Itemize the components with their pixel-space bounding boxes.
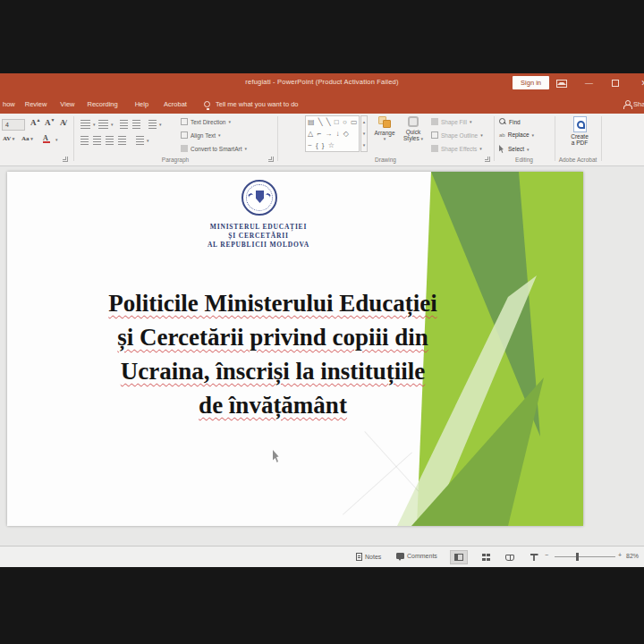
align-left-icon[interactable]: [80, 136, 89, 145]
slide-show-button[interactable]: [525, 550, 543, 564]
slide-canvas[interactable]: MINISTERUL EDUCAȚIEI ȘI CERCETĂRII AL RE…: [7, 172, 583, 526]
slide-show-icon: [530, 554, 538, 561]
normal-view-button[interactable]: [450, 550, 468, 564]
tell-me-box[interactable]: Tell me what you want to do: [216, 100, 299, 108]
select-button[interactable]: Select▾: [499, 145, 530, 153]
tab-acrobat[interactable]: Acrobat: [164, 100, 187, 108]
adobe-acrobat-group-label: Adobe Acrobat: [555, 157, 601, 163]
align-text-icon: [181, 131, 188, 139]
notes-icon: [356, 553, 362, 561]
justify-icon[interactable]: [118, 136, 126, 145]
line-spacing-icon[interactable]: ▾: [148, 120, 162, 129]
title-line: de învățământ: [199, 392, 347, 419]
drawing-group-label: Drawing: [277, 157, 494, 163]
arrange-icon: [378, 116, 391, 128]
find-icon: [499, 118, 506, 125]
shapes-row-2: △ ⌐ → ↓ ◇: [308, 128, 359, 140]
editing-group-label: Editing: [494, 157, 555, 163]
tab-help[interactable]: Help: [135, 100, 148, 108]
close-icon[interactable]: ✕: [640, 77, 644, 89]
shapes-gallery-scroll[interactable]: ▴▾▾: [360, 115, 368, 152]
shape-effects-icon: [431, 145, 438, 152]
ministry-line: AL REPUBLICII MOLDOVA: [7, 241, 510, 250]
slide-sorter-icon: [482, 554, 490, 561]
find-button[interactable]: Find: [499, 118, 521, 125]
title-line: Ucraina, înscriși la instituțiile: [121, 358, 426, 385]
replace-button[interactable]: ab Replace▾: [499, 131, 534, 138]
font-color-icon[interactable]: A: [43, 134, 50, 143]
ministry-line: MINISTERUL EDUCAȚIEI: [7, 223, 510, 232]
decrease-font-size-icon[interactable]: A▼: [45, 118, 55, 127]
tab-view[interactable]: View: [60, 100, 74, 108]
zoom-slider-handle[interactable]: [576, 553, 579, 561]
tell-me-bulb-icon: [204, 101, 210, 107]
slide-workspace: MINISTERUL EDUCAȚIEI ȘI CERCETĂRII AL RE…: [0, 166, 644, 546]
ribbon-display-options-icon[interactable]: [556, 80, 567, 88]
zoom-out-button[interactable]: −: [545, 552, 548, 558]
character-spacing-icon[interactable]: AV ▾: [3, 135, 14, 142]
align-center-icon[interactable]: [93, 136, 101, 145]
tab-review[interactable]: Review: [25, 100, 47, 108]
quick-styles-button[interactable]: Quick Styles ▾: [400, 116, 427, 141]
reading-view-icon: [505, 555, 514, 561]
paragraph-group-label: Paragraph: [73, 157, 277, 163]
reading-view-button[interactable]: [501, 550, 519, 564]
ribbon-tab-row: how Review View Recording Help Acrobat T…: [0, 94, 644, 114]
font-size-input[interactable]: 4: [2, 119, 25, 131]
text-direction-button[interactable]: Text Direction▾: [181, 118, 231, 125]
person-icon: [623, 100, 631, 107]
select-icon: [499, 145, 505, 153]
normal-view-icon: [454, 554, 463, 561]
facet-hairline: [343, 452, 412, 514]
shapes-gallery[interactable]: ▤ ╲ ╲ □ ○ ▭ △ ⌐ → ↓ ◇ ~ { } ☆: [305, 115, 360, 152]
title-line: și Cercetării privind copiii din: [117, 324, 428, 351]
sign-in-button[interactable]: Sign in: [513, 76, 549, 89]
shapes-row-1: ▤ ╲ ╲ □ ○ ▭: [308, 116, 359, 128]
change-case-icon[interactable]: Aa ▾: [21, 135, 33, 142]
smartart-icon: [181, 145, 188, 152]
align-right-icon[interactable]: [106, 136, 114, 145]
drawing-dialog-launcher-icon[interactable]: [485, 157, 490, 162]
clear-formatting-icon[interactable]: A̸: [60, 118, 66, 127]
columns-icon[interactable]: ▾: [136, 136, 149, 145]
shape-outline-icon: [431, 131, 438, 139]
ministry-name: MINISTERUL EDUCAȚIEI ȘI CERCETĂRII AL RE…: [7, 223, 510, 250]
comments-icon: [396, 553, 404, 559]
numbering-icon[interactable]: ▾: [98, 120, 114, 129]
share-label: Share: [633, 100, 644, 108]
ribbon: 4 A▲ A▼ A̸ AV ▾ Aa ▾ A ▾ ▾ ▾ ▾ ▾ Text Di…: [0, 114, 644, 166]
convert-to-smartart-button[interactable]: Convert to SmartArt▾: [181, 145, 247, 152]
quick-styles-icon: [408, 116, 419, 127]
ministry-seal-logo: [242, 180, 277, 216]
status-bar: Notes Comments − + 82%: [0, 546, 644, 567]
create-pdf-button[interactable]: Create a PDF: [564, 116, 595, 146]
zoom-level[interactable]: 82%: [626, 553, 639, 559]
font-color-dropdown-icon[interactable]: ▾: [55, 137, 58, 142]
restore-icon[interactable]: [612, 80, 619, 87]
share-button[interactable]: Share: [623, 100, 644, 108]
zoom-in-button[interactable]: +: [618, 552, 622, 558]
zoom-slider[interactable]: [555, 556, 615, 557]
increase-indent-icon[interactable]: [132, 120, 140, 129]
arrange-button[interactable]: Arrange▾: [371, 116, 398, 141]
paragraph-dialog-launcher-icon[interactable]: [268, 157, 274, 162]
font-dialog-launcher-icon[interactable]: [63, 157, 68, 162]
title-bar: refugiati - PowerPoint (Product Activati…: [0, 73, 644, 94]
comments-button[interactable]: Comments: [396, 553, 437, 559]
shape-effects-button[interactable]: Shape Effects▾: [431, 145, 482, 152]
shape-fill-button[interactable]: Shape Fill▾: [431, 118, 471, 125]
slide-title[interactable]: Politicile Ministerului Educației și Cer…: [16, 286, 530, 422]
notes-button[interactable]: Notes: [356, 553, 381, 561]
decrease-indent-icon[interactable]: [120, 120, 128, 129]
bullets-icon[interactable]: ▾: [80, 120, 96, 129]
tab-slide-show-partial[interactable]: how: [3, 100, 15, 108]
minimize-icon[interactable]: —: [585, 77, 593, 89]
increase-font-size-icon[interactable]: A▲: [30, 118, 40, 127]
powerpoint-window: refugiati - PowerPoint (Product Activati…: [0, 73, 644, 567]
ministry-line: ȘI CERCETĂRII: [7, 232, 510, 241]
mouse-cursor: [273, 450, 282, 462]
slide-sorter-view-button[interactable]: [477, 550, 495, 564]
shape-outline-button[interactable]: Shape Outline▾: [431, 131, 483, 139]
align-text-button[interactable]: Align Text▾: [181, 131, 221, 139]
tab-recording[interactable]: Recording: [87, 100, 117, 108]
